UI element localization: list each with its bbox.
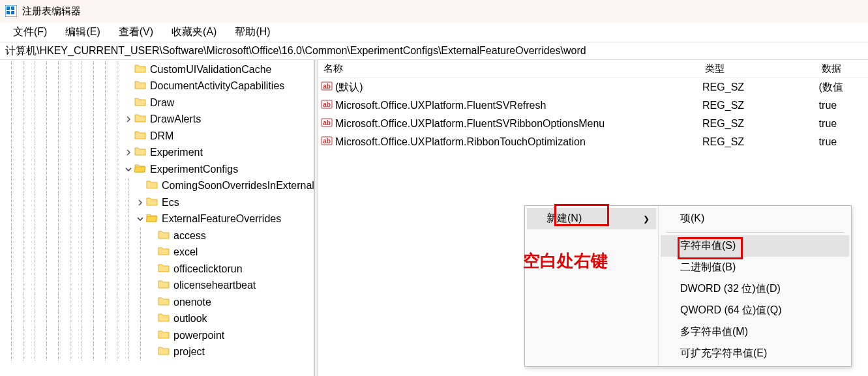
folder-icon [158,229,173,243]
context-menu-submenu-item[interactable]: 字符串值(S) [661,235,849,257]
chevron-icon[interactable] [134,211,146,228]
chevron-icon[interactable] [134,178,146,195]
chevron-right-icon: ❯ [643,214,650,224]
tree-item[interactable]: access [0,227,314,244]
tree-item[interactable]: Draw [0,94,314,111]
tree-item[interactable]: olicenseheartbeat [0,278,314,295]
menu-file[interactable]: 文件(F) [5,23,55,41]
context-menu-submenu-item[interactable]: DWORD (32 位)值(D) [661,278,849,300]
context-menu-submenu-item-label: 可扩充字符串值(E) [680,347,767,360]
tree-item[interactable]: project [0,344,314,361]
context-menu: 新建(N) ❯ 项(K)字符串值(S)二进制值(B)DWORD (32 位)值(… [524,205,852,367]
chevron-icon[interactable] [146,327,158,344]
tree-item[interactable]: DocumentActivityCapabilities [0,78,314,95]
tree-item[interactable]: powerpoint [0,327,314,344]
value-data: (数值 [816,81,868,94]
tree-item[interactable]: DrawAlerts [0,111,314,128]
tree-item[interactable]: outlook [0,311,314,328]
menu-edit[interactable]: 编辑(E) [57,23,108,41]
col-header-type[interactable]: 类型 [700,63,816,75]
folder-icon [146,195,162,210]
tree-item-label: ExperimentConfigs [150,164,238,175]
tree-item[interactable]: excel [0,244,314,261]
chevron-icon[interactable] [146,311,158,328]
context-menu-submenu: 项(K)字符串值(S)二进制值(B)DWORD (32 位)值(D)QWORD … [658,206,851,366]
tree-item-label: access [173,230,206,242]
context-menu-item-new[interactable]: 新建(N) ❯ [527,208,656,229]
chevron-icon[interactable] [146,244,158,261]
context-menu-submenu-item[interactable]: QWORD (64 位)值(Q) [661,300,849,321]
chevron-icon[interactable] [123,111,134,128]
chevron-icon[interactable] [146,294,158,311]
menu-favorites[interactable]: 收藏夹(A) [164,23,224,41]
chevron-icon[interactable] [123,161,134,178]
menu-bar: 文件(F) 编辑(E) 查看(V) 收藏夹(A) 帮助(H) [0,22,868,42]
col-header-name[interactable]: 名称 [318,63,700,75]
svg-text:ab: ab [323,83,331,90]
value-type: REG_SZ [700,136,816,148]
context-menu-submenu-item-label: 二进制值(B) [680,261,736,274]
address-text: 计算机\HKEY_CURRENT_USER\Software\Microsoft… [5,44,586,58]
value-type: REG_SZ [700,81,816,93]
folder-icon [158,245,173,259]
tree-item[interactable]: onenote [0,294,314,311]
chevron-icon[interactable] [123,145,134,162]
value-row[interactable]: abMicrosoft.Office.UXPlatform.FluentSVRi… [318,115,868,133]
context-menu-submenu-item[interactable]: 多字符串值(M) [661,321,849,343]
tree-item-label: officeclicktorun [173,263,243,275]
value-data: true [816,118,868,130]
chevron-icon[interactable] [146,227,158,244]
svg-text:ab: ab [323,137,331,145]
tree-item[interactable]: DRM [0,128,314,145]
chevron-icon[interactable] [123,78,134,95]
tree-item[interactable]: CustomUIValidationCache [0,61,314,78]
menu-help[interactable]: 帮助(H) [227,23,278,41]
folder-icon [158,311,173,326]
context-menu-main: 新建(N) ❯ [525,206,658,366]
chevron-icon[interactable] [146,261,158,278]
col-header-data[interactable]: 数据 [816,63,868,75]
tree-item[interactable]: ExperimentConfigs [0,161,314,178]
tree-item-label: Ecs [162,197,179,209]
tree-item[interactable]: Ecs [0,194,314,211]
chevron-icon[interactable] [123,61,134,78]
context-menu-submenu-item[interactable]: 可扩充字符串值(E) [661,343,849,364]
tree-item-label: project [173,346,205,358]
tree-pane[interactable]: CustomUIValidationCacheDocumentActivityC… [0,60,314,376]
value-row[interactable]: ab(默认)REG_SZ(数值 [318,78,868,96]
tree-item-label: outlook [173,313,207,325]
tree-item-label: ExternalFeatureOverrides [162,213,281,225]
context-menu-submenu-item-label: DWORD (32 位)值(D) [680,282,781,296]
folder-icon [158,328,173,343]
folder-icon [146,179,162,193]
tree-item-label: DRM [150,130,173,142]
chevron-icon[interactable] [134,194,146,211]
tree-item[interactable]: ExternalFeatureOverrides [0,211,314,228]
value-row[interactable]: abMicrosoft.Office.UXPlatform.RibbonTouc… [318,133,868,151]
chevron-icon[interactable] [146,344,158,361]
menu-view[interactable]: 查看(V) [111,23,161,41]
values-header: 名称 类型 数据 [318,60,868,78]
tree-item-label: ComingSoonOverridesInExternalFeatureOver… [162,180,314,192]
tree-item[interactable]: ComingSoonOverridesInExternalFeatureOver… [0,178,314,195]
context-menu-submenu-item[interactable]: 项(K) [661,208,849,229]
tree-item-label: DocumentActivityCapabilities [150,80,284,92]
context-menu-submenu-item-label: 项(K) [680,212,704,225]
address-bar[interactable]: 计算机\HKEY_CURRENT_USER\Software\Microsoft… [0,42,868,60]
tree-item-label: CustomUIValidationCache [150,64,271,76]
chevron-icon[interactable] [123,94,134,111]
chevron-icon[interactable] [146,278,158,295]
folder-icon [134,129,150,143]
svg-rect-4 [11,11,14,14]
chevron-icon[interactable] [123,128,134,145]
tree-item-label: onenote [173,296,211,308]
tree-item[interactable]: Experiment [0,145,314,162]
annotation-text: 空白处右键 [523,250,608,272]
tree-item-label: Experiment [150,147,203,158]
svg-rect-2 [11,7,14,10]
tree-item-label: powerpoint [173,330,224,341]
string-value-icon: ab [321,135,333,149]
value-row[interactable]: abMicrosoft.Office.UXPlatform.FluentSVRe… [318,96,868,115]
tree-item[interactable]: officeclicktorun [0,261,314,278]
context-menu-submenu-item[interactable]: 二进制值(B) [661,257,849,278]
